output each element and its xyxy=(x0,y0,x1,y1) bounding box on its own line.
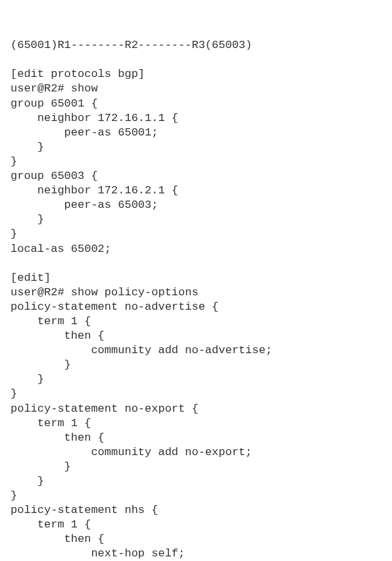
cli-output: (65001)R1--------R2--------R3(65003) [ed… xyxy=(11,39,272,561)
